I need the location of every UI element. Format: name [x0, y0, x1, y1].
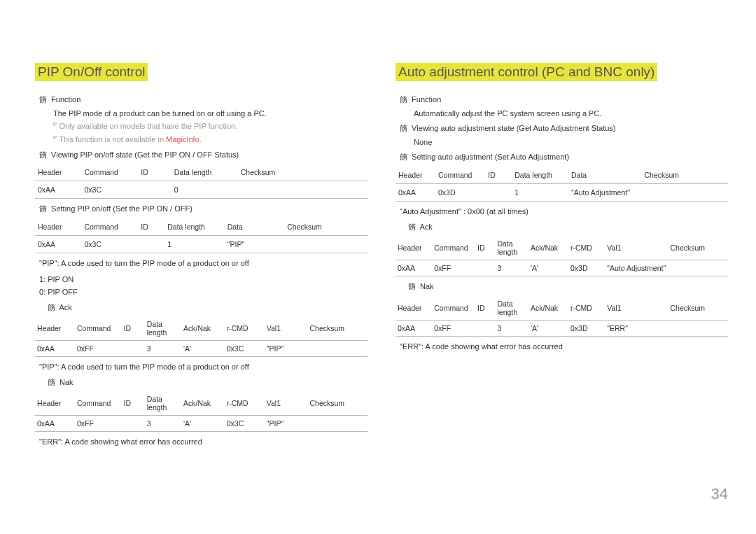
bullet-icon: 䭉 — [39, 149, 49, 162]
bullet-icon: 䭉 — [400, 151, 410, 164]
set-table-r: HeaderCommandIDData lengthDataChecksum 0… — [396, 167, 728, 202]
view-label: Viewing PIP on/off state (Get the PIP ON… — [51, 150, 239, 159]
set-bullet-r: 䭉 Setting auto adjustment (Set Auto Adju… — [400, 151, 728, 164]
ack-table-r: HeaderCommandIDData lengthAck/Nakr-CMDVa… — [396, 236, 728, 276]
right-column: Auto adjustment control (PC and BNC only… — [396, 63, 728, 449]
function-label-r: Function — [412, 95, 441, 104]
nak-label: Nak — [59, 378, 74, 386]
function-desc: The PIP mode of a product can be turned … — [53, 108, 368, 120]
set-bullet: 䭉 Setting PIP on/off (Set the PIP ON / O… — [39, 203, 368, 216]
none-text: None — [414, 136, 728, 149]
nak-bullet-r: 䭉 Nak — [408, 281, 728, 293]
magicinfo-text: MagicInfo — [166, 135, 200, 143]
function-label: Function — [51, 95, 80, 104]
ack-label: Ack — [59, 303, 71, 311]
err-desc-left: "ERR": A code showing what error has occ… — [39, 436, 368, 449]
bullet-icon: 䭉 — [408, 281, 418, 293]
function-bullet-r: 䭉 Function — [400, 94, 728, 106]
pip-on: 1: PIP ON — [39, 274, 368, 286]
section-title-auto: Auto adjustment control (PC and BNC only… — [396, 63, 657, 81]
nak-table: HeaderCommandIDData lengthAck/Nakr-CMDVa… — [35, 391, 368, 432]
ack-desc: "PIP": A code used to turn the PIP mode … — [39, 361, 368, 374]
set-label-r: Setting auto adjustment (Set Auto Adjust… — [412, 153, 569, 161]
ack-bullet: 䭉 Ack — [48, 302, 368, 314]
bullet-icon: 䭉 — [48, 377, 57, 389]
ack-label-r: Ack — [419, 223, 432, 231]
ack-table: HeaderCommandIDData lengthAck/Nakr-CMDVa… — [35, 316, 368, 357]
bullet-icon: 䭉 — [400, 122, 410, 135]
pip-desc: "PIP": A code used to turn the PIP mode … — [39, 258, 368, 270]
set-table: HeaderCommandIDData lengthDataChecksum 0… — [35, 218, 368, 253]
bullet-icon: 䭉 — [400, 94, 410, 106]
section-title-pip: PIP On/Off control — [35, 63, 148, 81]
function-bullet: 䭉 Function — [39, 94, 368, 106]
function-desc-r: Automatically adjust the PC system scree… — [414, 108, 728, 120]
bullet-icon: 䭉 — [48, 302, 57, 314]
set-label: Setting PIP on/off (Set the PIP ON / OFF… — [51, 204, 192, 213]
nak-table-r: HeaderCommandIDData lengthAck/Nakr-CMDVa… — [396, 296, 728, 337]
err-desc-right: "ERR": A code showing what error has occ… — [400, 341, 728, 353]
bullet-icon: 䭉 — [39, 94, 49, 106]
nak-bullet: 䭉 Nak — [48, 377, 368, 389]
note-1: P Only available on models that have the… — [53, 120, 368, 133]
auto-adj-note: "Auto Adjustment" : 0x00 (at all times) — [400, 206, 728, 218]
view-label-r: Viewing auto adjustment state (Get Auto … — [412, 124, 615, 132]
page-number: 34 — [711, 485, 728, 503]
left-column: PIP On/Off control 䭉 Function The PIP mo… — [35, 63, 368, 449]
note-2: P This function is not available in Magi… — [53, 133, 368, 146]
view-bullet-r: 䭉 Viewing auto adjustment state (Get Aut… — [400, 122, 728, 135]
nak-label-r: Nak — [420, 282, 434, 290]
view-bullet: 䭉 Viewing PIP on/off state (Get the PIP … — [39, 149, 368, 162]
bullet-icon: 䭉 — [408, 221, 418, 234]
view-table: HeaderCommandIDData lengthChecksum 0xAA0… — [35, 164, 368, 199]
bullet-icon: 䭉 — [39, 203, 49, 216]
ack-bullet-r: 䭉 Ack — [408, 221, 728, 234]
pip-off: 0: PIP OFF — [39, 286, 368, 299]
